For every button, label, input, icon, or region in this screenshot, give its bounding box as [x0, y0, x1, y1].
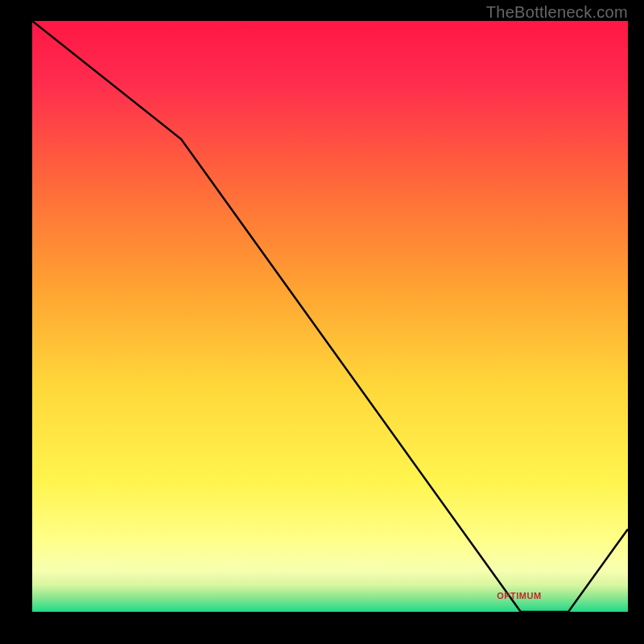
chart-line-layer: [32, 21, 628, 612]
chart-line: [32, 21, 628, 612]
plot-frame: OPTIMUM: [16, 21, 628, 628]
optimum-annotation: OPTIMUM: [497, 591, 541, 601]
plot-area: OPTIMUM: [32, 21, 628, 612]
watermark-text: TheBottleneck.com: [486, 3, 628, 22]
